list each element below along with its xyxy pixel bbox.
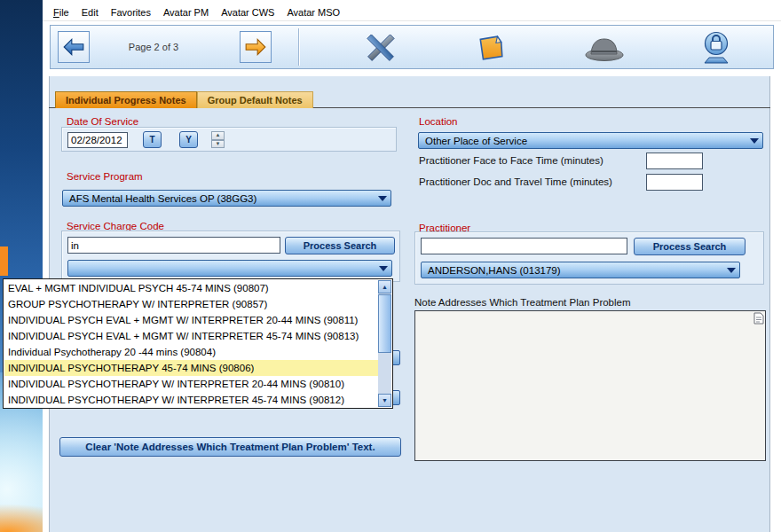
- menu-item-favorites[interactable]: Favorites: [111, 7, 151, 18]
- charge-code-search-input[interactable]: [67, 237, 280, 254]
- chevron-down-icon: [375, 261, 391, 276]
- face-to-face-time-input[interactable]: [646, 153, 703, 169]
- menu-item-edit[interactable]: Edit: [82, 7, 99, 18]
- tab-group-default-notes[interactable]: Group Default Notes: [197, 91, 313, 108]
- spinner-down-icon[interactable]: ▼: [211, 140, 225, 149]
- screen: File Edit Favorites Avatar PM Avatar CWS…: [0, 0, 781, 532]
- tab-bar: Individual Progress Notes Group Default …: [55, 91, 313, 108]
- page-indicator: Page 2 of 3: [109, 42, 198, 52]
- charge-code-option[interactable]: INDIVIDUAL PSYCH EVAL + MGMT W/ INTERPRE…: [4, 312, 378, 328]
- menu-item-avatar-cws[interactable]: Avatar CWS: [221, 7, 274, 18]
- chevron-down-icon: [723, 262, 739, 278]
- date-spinner: ▲ ▼: [211, 131, 225, 148]
- charge-code-dropdown[interactable]: [67, 260, 392, 277]
- tab-individual-progress-notes[interactable]: Individual Progress Notes: [55, 91, 197, 108]
- practitioner-group: Process Search ANDERSON,HANS (013179): [414, 231, 764, 285]
- menu-item-avatar-pm[interactable]: Avatar PM: [163, 7, 209, 18]
- hat-icon: [582, 35, 627, 62]
- date-today-button[interactable]: T: [143, 131, 162, 148]
- date-of-service-label: Date Of Service: [67, 116, 138, 127]
- charge-code-options: EVAL + MGMT INDIVIDUAL PSYCH 45-74 MINS …: [4, 280, 378, 407]
- practitioner-search-input[interactable]: [421, 238, 627, 254]
- note-problem-textarea[interactable]: [414, 310, 766, 461]
- doc-travel-time-label: Practitioner Doc and Travel Time (minute…: [419, 176, 612, 187]
- close-x-icon: [365, 35, 397, 61]
- sticky-note-icon: [477, 34, 505, 62]
- app-window: File Edit Favorites Avatar PM Avatar CWS…: [43, 0, 781, 532]
- menu-item-file[interactable]: File: [53, 7, 69, 18]
- practitioner-dropdown-value: ANDERSON,HANS (013179): [422, 265, 723, 276]
- back-arrow-icon: [62, 35, 85, 59]
- doc-travel-time-input[interactable]: [646, 174, 703, 191]
- chevron-down-icon: [375, 191, 390, 206]
- scroll-up-icon[interactable]: ▲: [378, 280, 391, 293]
- spinner-up-icon[interactable]: ▲: [211, 131, 225, 140]
- service-charge-code-group: Process Search: [61, 231, 400, 282]
- scroll-down-icon[interactable]: ▼: [378, 394, 391, 407]
- charge-code-option[interactable]: INDIVIDUAL PSYCHOTHERAPY 45-74 MINS (908…: [4, 360, 378, 376]
- lock-button[interactable]: [697, 29, 736, 66]
- charge-code-open-list: EVAL + MGMT INDIVIDUAL PSYCH 45-74 MINS …: [3, 278, 393, 409]
- location-dropdown[interactable]: Other Place of Service: [418, 132, 763, 149]
- close-button[interactable]: [363, 33, 398, 63]
- practitioner-dropdown[interactable]: ANDERSON,HANS (013179): [421, 262, 740, 278]
- notes-button[interactable]: [475, 31, 507, 65]
- charge-code-option[interactable]: INDIVIDUAL PSYCH EVAL + MGMT W/ INTERPRE…: [4, 328, 378, 344]
- face-to-face-time-label: Practitioner Face to Face Time (minutes): [419, 155, 604, 166]
- charge-code-option[interactable]: Individual Psychotherapy 20 -44 mins (90…: [4, 344, 378, 360]
- toolbar: Page 2 of 3: [50, 25, 774, 69]
- service-program-label: Service Program: [67, 171, 143, 182]
- charge-code-process-search-button[interactable]: Process Search: [285, 237, 395, 254]
- scrollbar-thumb[interactable]: [378, 294, 391, 353]
- clear-note-text-button[interactable]: Clear 'Note Addresses Which Treatment Pl…: [59, 437, 401, 457]
- chevron-down-icon: [746, 133, 762, 148]
- practitioner-process-search-button[interactable]: Process Search: [634, 238, 746, 255]
- taskbar-fragment: [0, 246, 8, 276]
- service-program-dropdown[interactable]: AFS Mental Health Services OP (38GG3): [62, 190, 391, 207]
- list-scrollbar: ▲ ▼: [378, 280, 391, 407]
- location-label: Location: [419, 116, 457, 127]
- charge-code-option[interactable]: INDIVIDUAL PSYCHOTHERAPY W/ INTERPRETER …: [4, 376, 378, 392]
- note-problem-label: Note Addresses Which Treatment Plan Prob…: [414, 297, 631, 308]
- date-yesterday-button[interactable]: Y: [179, 131, 198, 148]
- service-program-dropdown-value: AFS Mental Health Services OP (38GG3): [63, 193, 375, 204]
- date-of-service-input[interactable]: [67, 132, 128, 148]
- back-button[interactable]: [58, 31, 90, 63]
- hat-button[interactable]: [581, 35, 627, 63]
- menu-bar: File Edit Favorites Avatar PM Avatar CWS…: [43, 4, 781, 21]
- charge-code-option[interactable]: GROUP PSYCHOTHERAPY W/ INTERPRETER (9085…: [4, 296, 378, 312]
- charge-code-option[interactable]: EVAL + MGMT INDIVIDUAL PSYCH 45-74 MINS …: [4, 280, 378, 296]
- toolbar-separator: [298, 28, 299, 66]
- charge-code-option[interactable]: INDIVIDUAL PSYCHOTHERAPY W/ INTERPRETER …: [4, 392, 378, 407]
- date-of-service-group: T Y ▲ ▼: [61, 127, 397, 152]
- lock-icon: [698, 30, 734, 66]
- note-expand-icon[interactable]: [753, 312, 764, 325]
- forward-arrow-icon: [244, 35, 267, 59]
- location-dropdown-value: Other Place of Service: [419, 136, 746, 146]
- menu-item-avatar-mso[interactable]: Avatar MSO: [287, 7, 340, 18]
- forward-button[interactable]: [240, 31, 272, 63]
